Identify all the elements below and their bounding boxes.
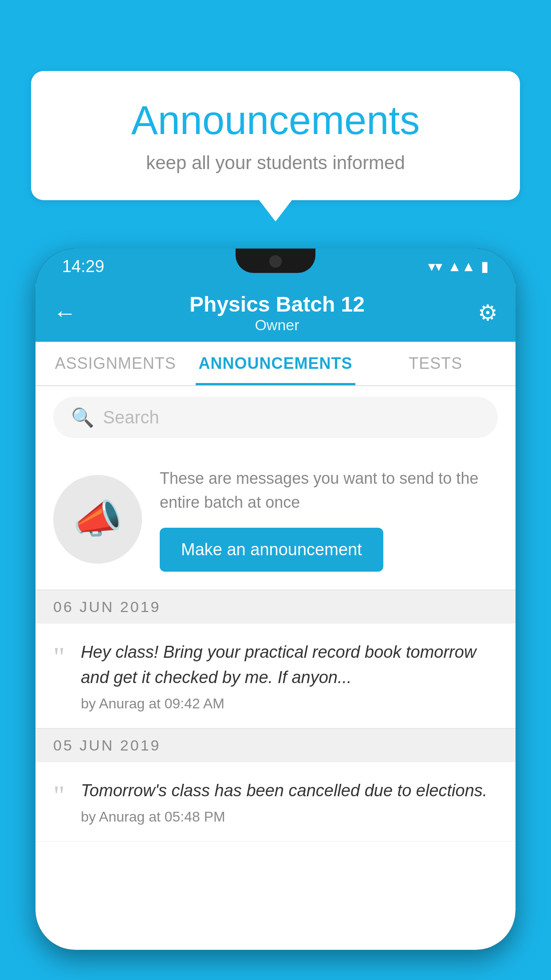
message-content-1: Hey class! Bring your practical record b… — [81, 640, 498, 712]
message-text-2: Tomorrow's class has been cancelled due … — [81, 778, 498, 803]
back-button[interactable]: ← — [53, 300, 76, 326]
battery-icon: ▮ — [481, 258, 489, 275]
speech-bubble-container: Announcements keep all your students inf… — [31, 71, 520, 200]
message-text-1: Hey class! Bring your practical record b… — [81, 640, 498, 690]
date-separator-1: 06 JUN 2019 — [35, 590, 516, 624]
gear-icon[interactable]: ⚙ — [478, 300, 498, 326]
message-author-1: by Anurag at 09:42 AM — [81, 695, 498, 712]
notch-camera — [269, 255, 282, 268]
message-author-2: by Anurag at 05:48 PM — [81, 809, 498, 825]
phone: 14:29 ▾▾ ▲▲ ▮ ← Physics Batch 12 Owner ⚙ — [35, 249, 516, 950]
search-bar: 🔍 Search — [35, 386, 516, 449]
speech-bubble: Announcements keep all your students inf… — [31, 71, 520, 200]
message-item-1[interactable]: " Hey class! Bring your practical record… — [35, 624, 516, 728]
announcement-info: These are messages you want to send to t… — [160, 466, 498, 572]
signal-icon: ▲▲ — [448, 258, 476, 275]
megaphone-circle: 📣 — [53, 475, 142, 564]
status-time: 14:29 — [62, 257, 104, 276]
quote-icon-1: " — [53, 643, 65, 672]
tab-announcements[interactable]: ANNOUNCEMENTS — [196, 342, 356, 385]
make-announcement-button[interactable]: Make an announcement — [160, 528, 383, 572]
phone-screen: ← Physics Batch 12 Owner ⚙ ASSIGNMENTS A… — [35, 284, 516, 950]
bubble-subtitle: keep all your students informed — [67, 152, 484, 174]
notch — [236, 249, 315, 273]
app-header: ← Physics Batch 12 Owner ⚙ — [35, 284, 516, 342]
phone-wrapper: 14:29 ▾▾ ▲▲ ▮ ← Physics Batch 12 Owner ⚙ — [35, 249, 516, 980]
bubble-title: Announcements — [67, 98, 484, 143]
status-bar: 14:29 ▾▾ ▲▲ ▮ — [35, 249, 516, 284]
wifi-icon: ▾▾ — [428, 258, 442, 275]
tab-assignments[interactable]: ASSIGNMENTS — [35, 342, 196, 385]
tabs: ASSIGNMENTS ANNOUNCEMENTS TESTS — [35, 342, 516, 386]
search-magnifier-icon: 🔍 — [71, 407, 94, 428]
search-input-wrapper[interactable]: 🔍 Search — [53, 397, 498, 438]
quote-icon-2: " — [53, 782, 65, 810]
tab-tests[interactable]: TESTS — [355, 342, 516, 385]
search-placeholder: Search — [103, 407, 159, 427]
header-center: Physics Batch 12 Owner — [76, 292, 478, 334]
announcement-banner: 📣 These are messages you want to send to… — [35, 449, 516, 590]
app-content: 🔍 Search 📣 These are messages you want t… — [35, 386, 516, 842]
message-item-2[interactable]: " Tomorrow's class has been cancelled du… — [35, 762, 516, 842]
announcement-description: These are messages you want to send to t… — [160, 466, 498, 514]
message-content-2: Tomorrow's class has been cancelled due … — [81, 778, 498, 825]
header-title: Physics Batch 12 — [76, 292, 478, 316]
date-separator-2: 05 JUN 2019 — [35, 728, 516, 762]
megaphone-icon: 📣 — [73, 496, 122, 542]
header-subtitle: Owner — [76, 316, 478, 334]
status-icons: ▾▾ ▲▲ ▮ — [428, 258, 489, 275]
